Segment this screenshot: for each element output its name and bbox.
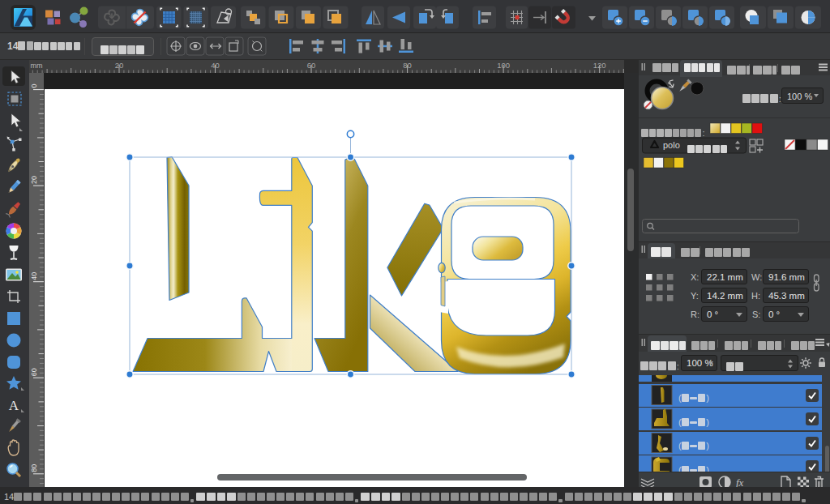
svg-text:0: 0 [30, 84, 38, 88]
svg-text:100: 100 [497, 61, 510, 70]
svg-text:A: A [9, 398, 19, 413]
svg-text:120: 120 [593, 61, 606, 70]
svg-text:40: 40 [211, 61, 220, 70]
svg-text:polo: polo [663, 140, 680, 150]
svg-text:60: 60 [307, 61, 316, 70]
svg-text:40: 40 [30, 272, 38, 280]
svg-text:60: 60 [30, 368, 38, 376]
svg-text:80: 80 [403, 61, 412, 70]
svg-text:80: 80 [30, 464, 38, 472]
svg-text:20: 20 [115, 61, 124, 70]
svg-text:20: 20 [30, 176, 38, 184]
